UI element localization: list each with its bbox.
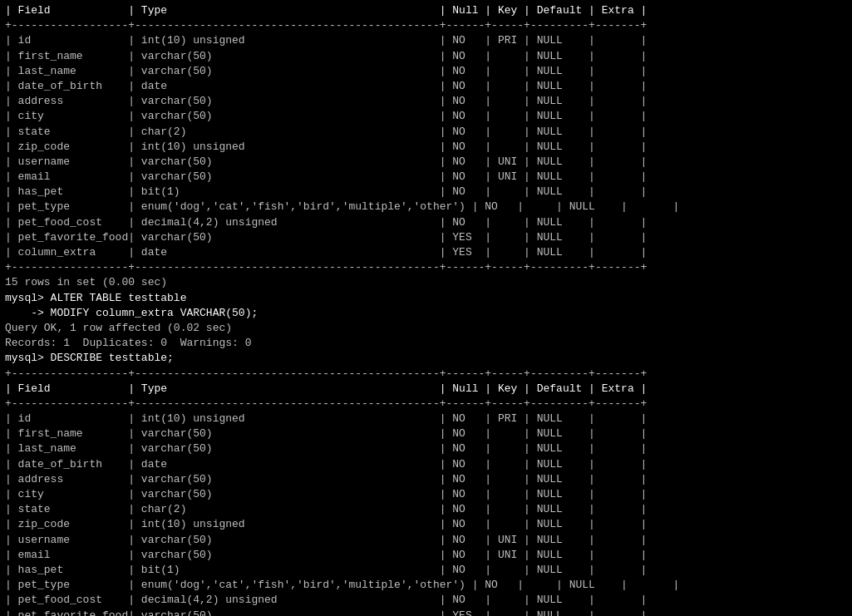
terminal-line-35: | state | char(2) | NO | | NULL | | bbox=[5, 502, 847, 517]
terminal-line-29: | id | int(10) unsigned | NO | PRI | NUL… bbox=[5, 411, 847, 426]
terminal-line-28: +------------------+--------------------… bbox=[5, 397, 847, 411]
terminal-line-17: +------------------+--------------------… bbox=[5, 260, 847, 275]
terminal-content: | Field | Type | Null | Key | Default | … bbox=[5, 3, 847, 616]
terminal-line-22: Query OK, 1 row affected (0.02 sec) bbox=[5, 321, 847, 336]
terminal-line-27: | Field | Type | Null | Key | Default | … bbox=[5, 382, 847, 397]
terminal-line-30: | first_name | varchar(50) | NO | | NULL… bbox=[5, 426, 847, 441]
terminal-line-33: | address | varchar(50) | NO | | NULL | … bbox=[5, 472, 847, 487]
terminal-line-21: -> MODIFY column_extra VARCHAR(50); bbox=[5, 306, 847, 321]
terminal-line-4: | last_name | varchar(50) | NO | | NULL … bbox=[5, 64, 847, 79]
terminal-line-9: | zip_code | int(10) unsigned | NO | | N… bbox=[5, 140, 847, 155]
terminal-line-15: | pet_favorite_food| varchar(50) | YES |… bbox=[5, 230, 847, 245]
terminal-window: | Field | Type | Null | Key | Default | … bbox=[0, 0, 852, 616]
terminal-line-41: | pet_food_cost | decimal(4,2) unsigned … bbox=[5, 593, 847, 608]
terminal-line-7: | city | varchar(50) | NO | | NULL | | bbox=[5, 109, 847, 124]
terminal-line-42: | pet_favorite_food| varchar(50) | YES |… bbox=[5, 609, 847, 617]
terminal-line-10: | username | varchar(50) | NO | UNI | NU… bbox=[5, 155, 847, 170]
terminal-line-37: | username | varchar(50) | NO | UNI | NU… bbox=[5, 533, 847, 548]
terminal-line-23: Records: 1 Duplicates: 0 Warnings: 0 bbox=[5, 336, 847, 351]
terminal-line-38: | email | varchar(50) | NO | UNI | NULL … bbox=[5, 548, 847, 563]
terminal-line-6: | address | varchar(50) | NO | | NULL | … bbox=[5, 94, 847, 109]
terminal-line-40: | pet_type | enum('dog','cat','fish','bi… bbox=[5, 578, 847, 593]
terminal-line-39: | has_pet | bit(1) | NO | | NULL | | bbox=[5, 563, 847, 578]
terminal-line-2: | id | int(10) unsigned | NO | PRI | NUL… bbox=[5, 33, 847, 48]
terminal-line-14: | pet_food_cost | decimal(4,2) unsigned … bbox=[5, 215, 847, 230]
terminal-line-0: | Field | Type | Null | Key | Default | … bbox=[5, 3, 847, 18]
terminal-line-1: +------------------+--------------------… bbox=[5, 18, 847, 33]
terminal-line-12: | has_pet | bit(1) | NO | | NULL | | bbox=[5, 185, 847, 200]
terminal-line-8: | state | char(2) | NO | | NULL | | bbox=[5, 125, 847, 140]
terminal-line-16: | column_extra | date | YES | | NULL | | bbox=[5, 245, 847, 260]
terminal-line-18: 15 rows in set (0.00 sec) bbox=[5, 275, 847, 290]
terminal-line-36: | zip_code | int(10) unsigned | NO | | N… bbox=[5, 517, 847, 532]
terminal-line-34: | city | varchar(50) | NO | | NULL | | bbox=[5, 487, 847, 502]
terminal-line-11: | email | varchar(50) | NO | UNI | NULL … bbox=[5, 170, 847, 185]
terminal-line-20: mysql> ALTER TABLE testtable bbox=[5, 291, 847, 306]
terminal-line-3: | first_name | varchar(50) | NO | | NULL… bbox=[5, 49, 847, 64]
terminal-line-32: | date_of_birth | date | NO | | NULL | | bbox=[5, 457, 847, 472]
terminal-line-25: mysql> DESCRIBE testtable; bbox=[5, 351, 847, 366]
terminal-line-5: | date_of_birth | date | NO | | NULL | | bbox=[5, 79, 847, 94]
terminal-line-13: | pet_type | enum('dog','cat','fish','bi… bbox=[5, 200, 847, 214]
terminal-line-26: +------------------+--------------------… bbox=[5, 367, 847, 382]
terminal-line-31: | last_name | varchar(50) | NO | | NULL … bbox=[5, 441, 847, 456]
